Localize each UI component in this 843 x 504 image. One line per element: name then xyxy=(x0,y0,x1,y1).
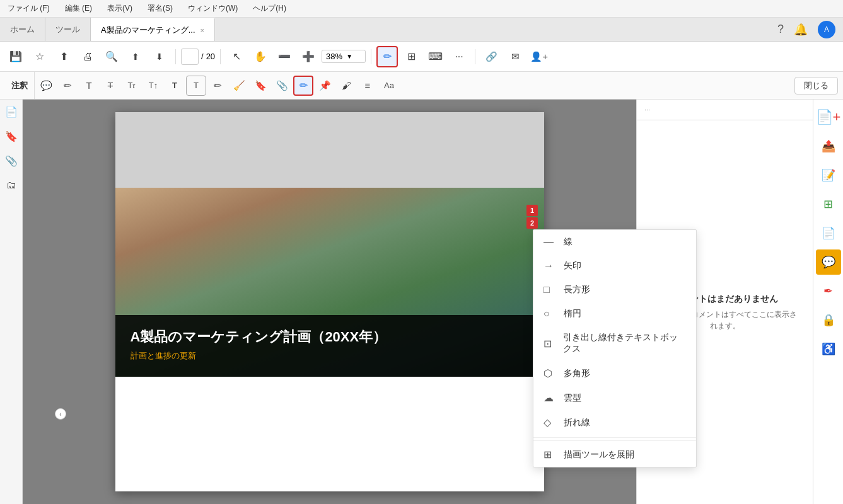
menu-help[interactable]: ヘルプ(H) xyxy=(250,2,289,15)
user-avatar[interactable]: A xyxy=(818,21,835,38)
shape-polygon-item[interactable]: ⬡ 多角形 xyxy=(533,361,696,386)
add-user-button[interactable]: 👤+ xyxy=(528,46,550,67)
font-btn[interactable]: Aa xyxy=(379,76,399,96)
zoom-in2-button[interactable]: ➕ xyxy=(298,46,319,67)
pdf-document-title: A製品のマーケティング計画（20XX年） xyxy=(131,328,529,346)
redact-btn[interactable]: 🔒 xyxy=(816,307,841,333)
zoom-in-button[interactable]: 🔍 xyxy=(101,46,122,67)
main-toolbar: 💾 ☆ ⬆ 🖨 🔍 ⬆ ⬇ 1 / 20 ↖ ✋ ➖ ➕ 38% ▼ ✏ ⊞ ⌨… xyxy=(0,42,843,72)
text-box-btn[interactable]: T xyxy=(165,76,185,96)
tab-actions: ? 🔔 A xyxy=(770,18,843,41)
link-button[interactable]: 🔗 xyxy=(480,46,502,67)
polygon-icon: ⬡ xyxy=(544,367,556,379)
attach-btn[interactable]: 📎 xyxy=(272,76,292,96)
text-replace-btn[interactable]: T𝔯 xyxy=(122,76,142,96)
bookmark-button[interactable]: ☆ xyxy=(29,46,50,67)
arrow-icon: → xyxy=(544,260,556,272)
polyline-icon: ◇ xyxy=(544,416,556,428)
menu-file[interactable]: ファイル (F) xyxy=(5,2,52,15)
sidebar-collapse-btn[interactable]: ‹ xyxy=(55,408,66,420)
page-up-button[interactable]: ⬆ xyxy=(125,46,146,67)
sticky-note-btn[interactable]: 💬 xyxy=(36,76,56,96)
hand-tool[interactable]: ✋ xyxy=(250,46,271,67)
page-down-button[interactable]: ⬇ xyxy=(149,46,170,67)
shape-arrow-item[interactable]: → 矢印 xyxy=(533,254,696,278)
callout-icon: ⊡ xyxy=(544,338,555,350)
shape-line-item[interactable]: — 線 xyxy=(533,230,696,254)
more-button[interactable]: ··· xyxy=(448,46,470,67)
zoom-out-button[interactable]: ➖ xyxy=(274,46,295,67)
save-button[interactable]: 💾 xyxy=(5,46,26,67)
shape-polyline-item[interactable]: ◇ 折れ線 xyxy=(533,410,696,435)
total-pages: 20 xyxy=(206,52,215,61)
fit-page-button[interactable]: ⊞ xyxy=(400,46,422,67)
current-page-input[interactable]: 1 xyxy=(181,49,199,65)
tab-document[interactable]: A製品のマーケティング... × xyxy=(91,18,215,41)
pdf-page-header-gray xyxy=(115,112,544,188)
shape-dropdown-menu: — 線 → 矢印 □ 長方形 ○ 楕円 ⊡ 引き出し線付きテキストボックス ⬡ … xyxy=(533,229,697,467)
notification-icon[interactable]: 🔔 xyxy=(794,23,808,37)
list-btn[interactable]: ≡ xyxy=(358,76,378,96)
pencil-btn[interactable]: ✏ xyxy=(207,76,228,96)
attachments-icon[interactable]: 📎 xyxy=(5,155,18,167)
left-sidebar: 📄 🔖 📎 🗂 xyxy=(0,100,23,504)
menu-window[interactable]: ウィンドウ(W) xyxy=(185,2,240,15)
menu-sign[interactable]: 署名(S) xyxy=(145,2,175,15)
shape-rect-item[interactable]: □ 長方形 xyxy=(533,278,696,302)
highlight-btn[interactable]: ✏ xyxy=(57,76,78,96)
keyboard-button[interactable]: ⌨ xyxy=(424,46,446,67)
eraser-btn[interactable]: 🧹 xyxy=(229,76,249,96)
comments-panel-header: ··· xyxy=(637,100,813,120)
stamp-btn[interactable]: 🔖 xyxy=(250,76,270,96)
save2-btn[interactable]: 📄 xyxy=(816,220,841,246)
menu-bar: ファイル (F) 編集 (E) 表示(V) 署名(S) ウィンドウ(W) ヘルプ… xyxy=(0,0,843,18)
drawing-tool-button[interactable]: ✏ xyxy=(376,46,398,67)
menu-view[interactable]: 表示(V) xyxy=(105,2,135,15)
shape-cloud-item[interactable]: ☁ 雲型 xyxy=(533,386,696,410)
step-label-2: 2 xyxy=(526,217,538,229)
expand-icon: ⊞ xyxy=(544,449,556,461)
help-icon[interactable]: ? xyxy=(777,23,784,36)
mail-button[interactable]: ✉ xyxy=(504,46,526,67)
pages-icon[interactable]: 📄 xyxy=(5,106,18,118)
pdf-document-subtitle: 計画と進捗の更新 xyxy=(131,350,529,362)
page-navigation: 1 / 20 xyxy=(181,49,215,65)
export-btn[interactable]: 📤 xyxy=(816,134,841,159)
step-label-1: 1 xyxy=(526,205,538,216)
rectangle-icon: □ xyxy=(544,284,556,295)
main-area: 📄 🔖 📎 🗂 ‹ A製品のマーケティング計画（20XX年） 計画と進捗の更新 … xyxy=(0,100,843,504)
right-toolbar: 📄+ 📤 📝 ⊞ 📄 💬 ✒ 🔒 ♿ xyxy=(813,100,843,504)
text-strikethrough-btn[interactable]: T̶ xyxy=(100,76,120,96)
sign-btn[interactable]: ✒ xyxy=(816,278,841,304)
edit-pdf-btn[interactable]: 📝 xyxy=(816,163,841,188)
print-button[interactable]: 🖨 xyxy=(77,46,98,67)
shape-callout-item[interactable]: ⊡ 引き出し線付きテキストボックス xyxy=(533,326,696,361)
pin-btn[interactable]: 📌 xyxy=(315,76,335,96)
zoom-selector[interactable]: 38% ▼ xyxy=(322,50,366,63)
expand-drawing-item[interactable]: ⊞ 描画ツールを展開 xyxy=(533,440,696,467)
organize-btn[interactable]: ⊞ xyxy=(816,192,841,217)
accessibility-btn[interactable]: ♿ xyxy=(816,336,841,362)
tab-bar: ホーム ツール A製品のマーケティング... × ? 🔔 A xyxy=(0,18,843,42)
cursor-tool[interactable]: ↖ xyxy=(226,46,247,67)
shape-tool-btn[interactable]: ✏ xyxy=(293,76,313,96)
annotation-label: 注釈 xyxy=(5,72,35,100)
layers-icon[interactable]: 🗂 xyxy=(6,180,16,191)
shape-ellipse-item[interactable]: ○ 楕円 xyxy=(533,302,696,326)
text-btn[interactable]: T xyxy=(79,76,99,96)
ellipse-icon: ○ xyxy=(544,308,556,319)
dropdown-separator xyxy=(533,437,696,438)
comment-btn[interactable]: 💬 xyxy=(816,249,841,275)
close-annotation-btn[interactable]: 閉じる xyxy=(794,77,838,94)
cloud-icon: ☁ xyxy=(544,392,556,404)
fill-btn[interactable]: 🖌 xyxy=(336,76,356,96)
tab-close-icon[interactable]: × xyxy=(201,26,204,34)
menu-edit[interactable]: 編集 (E) xyxy=(62,2,95,15)
text-up-btn[interactable]: T↑ xyxy=(143,76,163,96)
bookmarks-icon[interactable]: 🔖 xyxy=(5,130,18,142)
pdf-plus-btn[interactable]: 📄+ xyxy=(816,105,841,130)
text-frame-btn[interactable]: T xyxy=(186,76,206,96)
upload-button[interactable]: ⬆ xyxy=(53,46,74,67)
tab-tools[interactable]: ツール xyxy=(45,18,91,41)
tab-home[interactable]: ホーム xyxy=(0,18,45,41)
